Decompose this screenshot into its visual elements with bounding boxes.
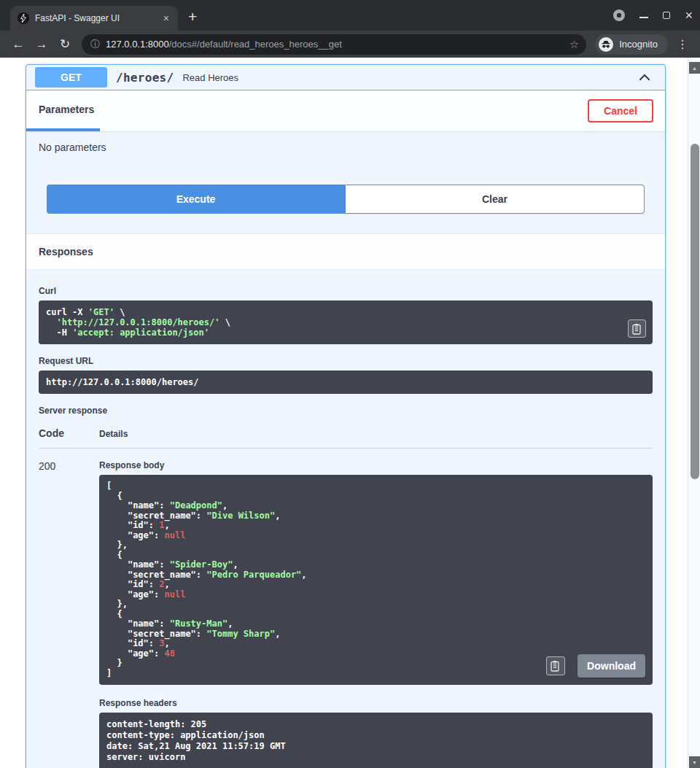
request-url-label: Request URL [39,356,653,366]
minimize-button[interactable] [639,12,648,18]
tab-parameters[interactable]: Parameters [26,90,100,131]
url-text: 127.0.0.1:8000/docs#/default/read_heroes… [106,39,564,50]
response-table-header: Code Details [39,420,653,449]
code-column-header: Code [39,427,99,439]
tab-title: FastAPI - Swagger UI [35,13,155,23]
url-host: 127.0.0.1:8000 [106,39,169,50]
execute-row: Execute Clear [26,185,665,214]
site-info-icon[interactable]: ⓘ [90,38,100,51]
curl-command: curl -X 'GET' \ 'http://127.0.0.1:8000/h… [46,307,645,338]
execute-button[interactable]: Execute [47,185,345,214]
incognito-badge: Incognito [595,34,668,55]
incognito-label: Incognito [619,39,658,50]
tab-close-icon[interactable]: × [160,12,172,24]
download-button[interactable]: Download [578,654,645,678]
forward-button[interactable]: → [31,34,52,55]
page-content: GET /heroes/ Read Heroes Parameters Canc… [0,58,700,768]
responses-header: Responses [26,233,665,270]
no-parameters-text: No parameters [39,141,106,153]
scrollbar[interactable]: ▲ ▼ [688,58,700,768]
response-body-actions: Download [546,654,645,678]
server-response-label: Server response [39,406,653,416]
tab-parameters-label: Parameters [39,104,94,115]
responses-body: Curl curl -X 'GET' \ 'http://127.0.0.1:8… [26,270,665,768]
parameters-area: No parameters [26,131,665,185]
window-close-button[interactable]: × [685,9,693,22]
scroll-up-button[interactable]: ▲ [689,62,700,74]
fastapi-favicon [18,12,29,24]
copy-response-button[interactable] [546,656,565,675]
browser-tab[interactable]: FastAPI - Swagger UI × [10,6,178,31]
endpoint-path: /heroes/ [116,71,174,85]
incognito-icon [599,37,613,52]
tab-strip: FastAPI - Swagger UI × + × [0,0,700,31]
collapse-chevron-icon[interactable] [634,67,655,88]
response-body-json: [ { "name": "Deadpond", "secret_name": "… [106,481,645,678]
back-button[interactable]: ← [7,34,29,55]
opblock-summary[interactable]: GET /heroes/ Read Heroes [26,65,665,90]
cancel-button[interactable]: Cancel [588,99,653,123]
response-details: Response body [ { "name": "Deadpond", "s… [99,460,653,768]
url-path: /docs#/default/read_heroes_heroes__get [169,39,342,50]
response-headers-text: content-length: 205content-type: applica… [106,719,645,763]
clear-button[interactable]: Clear [345,185,645,214]
endpoint-summary: Read Heroes [182,72,238,83]
address-bar[interactable]: ⓘ 127.0.0.1:8000/docs#/default/read_hero… [82,34,586,55]
opblock-get-heroes: GET /heroes/ Read Heroes Parameters Canc… [26,64,666,768]
response-body-label: Response body [99,460,653,470]
status-code: 200 [39,460,99,768]
response-headers-label: Response headers [99,698,653,708]
response-body-block: [ { "name": "Deadpond", "secret_name": "… [99,475,653,685]
browser-menu-icon[interactable]: ⋮ [672,37,693,51]
response-headers-block: content-length: 205content-type: applica… [99,713,653,768]
response-row-200: 200 Response body [ { "name": "Deadpond"… [39,449,653,768]
responses-title: Responses [39,246,93,257]
details-column-header: Details [99,429,653,439]
copy-curl-button[interactable] [628,319,646,338]
scroll-down-button[interactable]: ▼ [689,756,700,768]
bookmark-star-icon[interactable]: ☆ [569,38,579,51]
new-tab-button[interactable]: + [188,9,197,24]
request-url-block: http://127.0.0.1:8000/heroes/ [39,371,653,394]
curl-label: Curl [39,286,653,296]
window-controls: × [613,0,693,31]
request-url-value: http://127.0.0.1:8000/heroes/ [46,377,645,387]
browser-toolbar: ← → ↻ ⓘ 127.0.0.1:8000/docs#/default/rea… [0,31,700,58]
maximize-button[interactable] [663,12,670,19]
scrollbar-thumb[interactable] [691,144,699,479]
media-controls-icon[interactable] [613,9,625,21]
parameters-section-header: Parameters Cancel [26,90,665,131]
http-method-badge: GET [35,67,107,88]
reload-button[interactable]: ↻ [54,34,76,55]
curl-code-block: curl -X 'GET' \ 'http://127.0.0.1:8000/h… [39,300,653,344]
